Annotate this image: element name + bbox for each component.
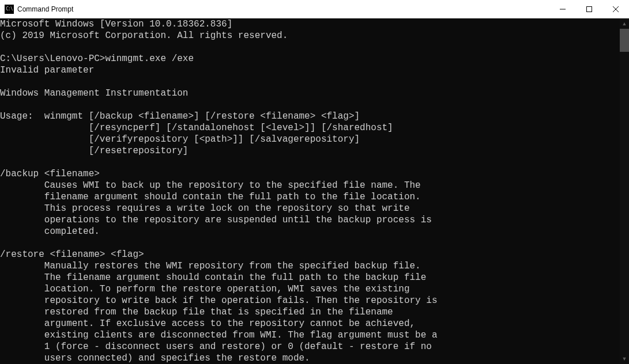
- minimize-button[interactable]: [549, 0, 576, 18]
- cmd-icon: C:\: [5, 5, 14, 14]
- title-bar: C:\ Command Prompt: [0, 0, 629, 18]
- svg-rect-1: [587, 6, 592, 12]
- window-title: Command Prompt: [17, 5, 549, 13]
- scroll-thumb[interactable]: [620, 29, 629, 52]
- window-controls: [549, 0, 629, 18]
- terminal-output[interactable]: Microsoft Windows [Version 10.0.18362.83…: [0, 18, 620, 364]
- maximize-button[interactable]: [576, 0, 602, 18]
- close-button[interactable]: [602, 0, 629, 18]
- terminal-container: Microsoft Windows [Version 10.0.18362.83…: [0, 18, 629, 364]
- scroll-down-arrow-icon[interactable]: ▼: [620, 354, 629, 364]
- scrollbar[interactable]: ▲ ▼: [620, 18, 629, 364]
- scroll-up-arrow-icon[interactable]: ▲: [620, 18, 629, 29]
